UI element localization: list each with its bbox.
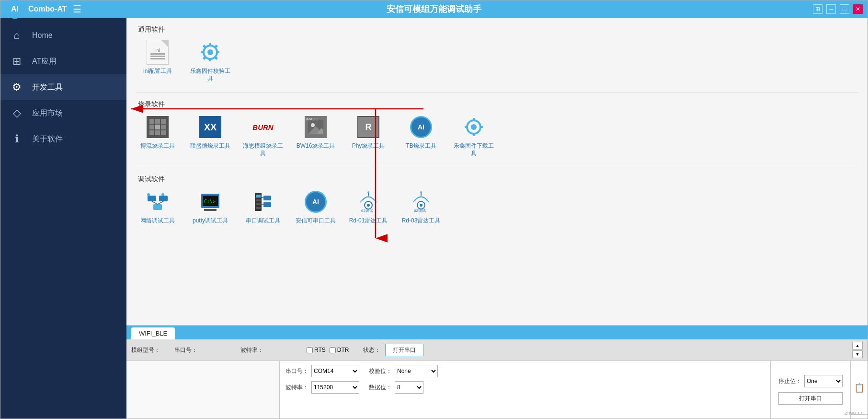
- sidebar-item-home[interactable]: ⌂ Home: [0, 23, 126, 48]
- tool-boluo[interactable]: 博流烧录工具: [136, 115, 179, 157]
- stopbits-area: 停止位： One 打开串口: [770, 361, 850, 419]
- svg-point-15: [311, 123, 315, 127]
- svg-rect-8: [201, 51, 205, 53]
- dtr-label: DTR: [337, 347, 349, 353]
- databits-select[interactable]: 8: [395, 381, 423, 394]
- general-tools-grid: ini ini配置工具: [136, 40, 858, 82]
- rts-checkbox[interactable]: [307, 347, 313, 353]
- content-area: 通用软件 ini: [126, 18, 868, 419]
- svg-line-27: [152, 201, 158, 204]
- svg-point-45: [367, 204, 370, 207]
- anxinke-serial-icon: AI: [303, 189, 328, 214]
- app-name: Combo-AT: [28, 5, 67, 13]
- burn-tools-grid: 博流烧录工具 XX 联盛德烧录工具 BURN 海思模组烧: [136, 115, 858, 157]
- content-scroll: 通用软件 ini: [126, 18, 868, 325]
- tool-phy[interactable]: R Phy烧录工具: [347, 115, 390, 157]
- tool-bw16[interactable]: IMAGE BW16烧录工具: [294, 115, 337, 157]
- tool-lexin-firmware[interactable]: 乐鑫固件校验工具: [189, 40, 232, 82]
- stopbits-control: 停止位： One: [778, 375, 843, 387]
- scroll-controls: ▲ ▼: [852, 342, 863, 358]
- port-control: 串口号： COM14: [286, 365, 359, 377]
- scroll-up-button[interactable]: ▲: [852, 342, 863, 349]
- serial-debug-icon: [251, 189, 275, 214]
- tool-tb-label: TB烧录工具: [406, 142, 436, 150]
- svg-rect-25: [159, 196, 168, 201]
- svg-text:62调试: 62调试: [361, 209, 373, 213]
- svg-rect-22: [465, 126, 468, 128]
- baud-select[interactable]: 115200: [311, 381, 359, 394]
- bottom-panel: WIFI_BLE 模组型号： 串口号： 波特率： RTS: [126, 325, 868, 419]
- tool-lexin-label: 乐鑫固件校验工具: [189, 68, 232, 82]
- close-button[interactable]: ✕: [853, 4, 863, 14]
- svg-line-28: [158, 201, 163, 204]
- svg-rect-24: [148, 196, 156, 201]
- databits-label: 数据位：: [369, 384, 392, 392]
- phy-icon: R: [356, 115, 381, 140]
- divider-1: [136, 92, 858, 93]
- tool-network-debug[interactable]: 网络调试工具: [136, 189, 179, 225]
- rts-checkbox-item: RTS: [307, 347, 326, 353]
- tool-rd03[interactable]: 62调试 Rd-03雷达工具: [400, 189, 443, 225]
- putty-icon: C:\>: [198, 189, 223, 214]
- baud-label: 波特率：: [286, 384, 308, 392]
- main-window: AI Combo-AT ☰ 安信可模组万能调试助手 ⊞ ─ □ ✕ ⌂ Home…: [0, 0, 868, 419]
- tool-lianshengde-label: 联盛德烧录工具: [190, 142, 230, 150]
- debug-section-label: 调试软件: [136, 175, 858, 184]
- parity-control: 校验位： None: [369, 365, 438, 377]
- port-select[interactable]: COM14: [311, 365, 359, 377]
- clipboard-icon-area: 📋: [851, 361, 868, 415]
- bottom-controls-row: 模组型号： 串口号： 波特率： RTS DTR 状态：: [126, 339, 868, 361]
- tool-lexin-download[interactable]: 乐鑫固件下载工具: [452, 115, 495, 157]
- tool-putty-label: putty调试工具: [193, 217, 228, 225]
- tool-tb[interactable]: AI TB烧录工具: [400, 115, 443, 157]
- parity-select[interactable]: None: [395, 365, 438, 377]
- network-debug-icon: [145, 189, 170, 214]
- tool-anxinke-serial[interactable]: AI 安信可串口工具: [294, 189, 337, 225]
- tool-haisi[interactable]: BURN 海思模组烧录工具: [241, 115, 285, 157]
- tool-lianshengde[interactable]: XX 联盛德烧录工具: [189, 115, 232, 157]
- svg-point-52: [420, 191, 422, 193]
- open-serial-button[interactable]: 打开串口: [778, 392, 843, 405]
- svg-rect-37: [256, 199, 261, 201]
- svg-rect-40: [263, 196, 271, 200]
- maximize-button[interactable]: □: [840, 4, 849, 14]
- sidebar-item-devtools[interactable]: ⚙ 开发工具: [0, 74, 126, 100]
- scroll-down-button[interactable]: ▼: [852, 350, 863, 358]
- tool-network-label: 网络调试工具: [140, 217, 175, 225]
- tool-bw16-label: BW16烧录工具: [297, 142, 335, 150]
- tool-putty[interactable]: C:\> putty调试工具: [189, 189, 232, 225]
- svg-rect-41: [263, 202, 271, 207]
- sidebar-item-market[interactable]: ◇ 应用市场: [0, 100, 126, 126]
- gear-icon: ⚙: [10, 81, 23, 93]
- sidebar-item-at[interactable]: ⊞ AT应用: [0, 48, 126, 74]
- open-serial-button-top[interactable]: 打开串口: [385, 344, 423, 356]
- dtr-checkbox[interactable]: [330, 347, 336, 353]
- tool-rd01[interactable]: 62调试 Rd-01雷达工具: [347, 189, 390, 225]
- window-controls: ⊞ ─ □ ✕: [813, 4, 863, 14]
- tb-icon: AI: [409, 115, 434, 140]
- port-label: 串口号：: [286, 367, 308, 375]
- burn-section-label: 烧录软件: [136, 100, 858, 109]
- logo-icon: AI: [5, 0, 24, 19]
- stopbits-select[interactable]: One: [804, 375, 843, 387]
- model-label: 模组型号：: [131, 346, 160, 354]
- restore-button[interactable]: ⊞: [813, 4, 822, 14]
- tool-lexin-download-label: 乐鑫固件下载工具: [452, 142, 495, 157]
- tool-haisi-label: 海思模组烧录工具: [241, 142, 285, 157]
- tab-wifi-ble[interactable]: WIFI_BLE: [131, 327, 175, 339]
- tool-serial-debug[interactable]: 串口调试工具: [241, 189, 285, 225]
- minimize-button[interactable]: ─: [826, 4, 836, 14]
- status-label: 状态：: [363, 346, 380, 354]
- grid-icon: ⊞: [10, 55, 23, 68]
- svg-point-29: [147, 193, 150, 196]
- tool-ini-label: ini配置工具: [143, 68, 172, 75]
- databits-control: 数据位： 8: [369, 381, 423, 394]
- serial-output-textarea[interactable]: [126, 361, 280, 419]
- menu-icon[interactable]: ☰: [73, 3, 81, 15]
- sidebar-label-about: 关于软件: [32, 134, 63, 144]
- sidebar-item-about[interactable]: ℹ 关于软件: [0, 126, 126, 152]
- stopbits-label: 停止位：: [778, 377, 801, 385]
- tool-ini-config[interactable]: ini ini配置工具: [136, 40, 179, 82]
- svg-rect-38: [256, 203, 261, 205]
- svg-rect-20: [473, 118, 475, 121]
